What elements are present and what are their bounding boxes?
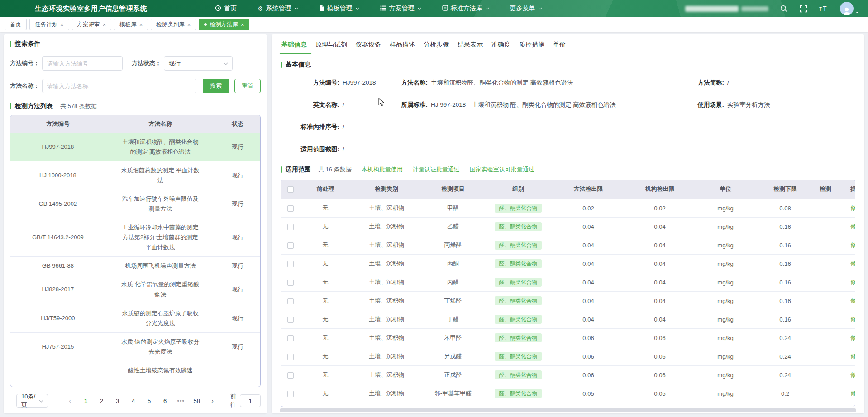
fullscreen-icon[interactable] [800,5,807,13]
method-row-selected[interactable]: HJ997-2018土壤和沉积物醛、酮类化合物的测定 高效液相色谱法现行 [10,133,260,161]
tab-principle-reagents[interactable]: 原理与试剂 [315,41,347,54]
cell-status: 现行 [215,275,260,304]
reset-button[interactable]: 重置 [234,79,261,93]
method-code-input[interactable] [42,56,123,71]
row-checkbox[interactable] [287,205,294,212]
edit-link[interactable]: 修改 [850,334,855,341]
tab-plan-review[interactable]: 方案评审 [72,19,112,30]
row-checkbox[interactable] [287,354,294,360]
horizontal-scrollbar[interactable] [280,408,856,412]
row-checkbox[interactable] [287,317,294,323]
search-icon[interactable] [780,5,788,13]
tab-template-library[interactable]: 模板库 [114,19,148,30]
edit-link[interactable]: 修改 [850,297,855,304]
method-row[interactable]: HJ757-2015水质 铬的测定火焰原子吸收分光光度法现行 [10,332,260,361]
close-icon[interactable] [60,21,64,28]
menu-standard-library[interactable]: 标准方法库 [442,5,489,13]
edit-link[interactable]: 修改 [850,279,855,285]
method-list-panel: 搜索条件 方法编号： 方法状态： 现行 方法名称： 搜索 重置 检测方法列表 共… [4,34,267,413]
page-5[interactable]: 5 [143,394,155,407]
batch-use-link[interactable]: 本机构批量使用 [362,166,403,174]
col-method-code: 方法编号 [10,115,105,133]
method-row[interactable]: HJ 1000-2018水质细菌总数的测定 平血计数法现行 [10,161,260,190]
scope-row: 无土壤、沉积物丙醛醛、酮类化合物0.040.04mg/kg0.16修改 [281,273,855,292]
menu-more[interactable]: 更多菜单 [510,5,542,13]
edit-link[interactable]: 修改 [850,223,855,230]
tab-instruments[interactable]: 仪器设备 [356,41,381,54]
cell-group: 醛、酮类化合物 [484,403,553,407]
method-status-select[interactable]: 现行 [164,56,233,71]
page-2[interactable]: 2 [96,394,108,407]
field-standard-order: 标准内排序号:/ [281,123,855,132]
tab-task-plan[interactable]: 任务计划 [29,19,69,30]
edit-link[interactable]: 修改 [850,390,855,397]
group-badge: 醛、酮类化合物 [495,278,542,287]
edit-link[interactable]: 修改 [850,371,855,378]
cell-unit: mg/kg [696,403,755,407]
cell-category: 土壤、沉积物 [351,255,422,273]
tab-basic-info[interactable]: 基础信息 [281,41,307,54]
menu-template[interactable]: 模板管理 [319,5,359,13]
row-checkbox[interactable] [287,335,294,341]
method-row[interactable]: GB 9661-88机场周围飞机噪声测量方法现行 [10,257,260,275]
row-checkbox[interactable] [287,261,294,267]
cell-method-limit: 0.04 [553,273,624,292]
cell-org-limit: 0.06 [624,366,696,384]
select-all-checkbox[interactable] [287,186,294,193]
national-lab-link[interactable]: 国家实验室认可批量通过 [470,166,534,174]
close-icon[interactable] [241,21,244,28]
menu-home[interactable]: 首页 [215,5,237,13]
user-avatar[interactable] [840,2,859,15]
search-button[interactable]: 搜索 [203,79,229,93]
col-status: 状态 [215,115,260,133]
edit-link[interactable]: 修改 [850,353,855,360]
cell-item: 丙烯醛 [422,236,484,255]
edit-link[interactable]: 修改 [850,242,855,248]
more-pages-icon[interactable]: ••• [175,394,187,407]
edit-link[interactable]: 修改 [850,316,855,322]
font-size-icon[interactable]: TT [819,5,828,12]
page-last[interactable]: 58 [191,394,203,407]
edit-link[interactable]: 修改 [850,204,855,211]
method-row[interactable]: HJ828-2017水质 化学需氧量的测定重铬酸盐法现行 [10,275,260,304]
edit-link[interactable]: 修改 [850,260,855,267]
close-icon[interactable] [139,21,143,28]
method-row[interactable]: 酸性土壤铵态氮有效磷速 [10,361,260,380]
method-row[interactable]: GB 1495-2002汽车加速行驶车外噪声限值及测量方法现行 [10,190,260,218]
metrology-cert-link[interactable]: 计量认证批量通过 [413,166,460,174]
next-page-button[interactable]: › [207,394,219,407]
tab-category-library[interactable]: 检测类别库 [151,19,196,30]
menu-system[interactable]: ⚙ 系统管理 [258,5,298,13]
method-name-input[interactable] [42,79,196,93]
tab-sample-description[interactable]: 样品描述 [390,41,415,54]
row-checkbox[interactable] [287,224,294,230]
page-1[interactable]: 1 [80,394,92,407]
row-checkbox[interactable] [287,391,294,397]
cell-status: 现行 [215,332,260,361]
tab-analysis-steps[interactable]: 分析步骤 [424,41,449,54]
page-4[interactable]: 4 [128,394,139,407]
prev-page-button[interactable]: ‹ [64,394,76,407]
tab-qc-measures[interactable]: 质控措施 [519,41,544,54]
cell-group: 醛、酮类化合物 [484,366,553,384]
page-size-select[interactable]: 10条/页 [16,394,48,408]
tab-result-representation[interactable]: 结果表示 [458,41,483,54]
tab-accuracy[interactable]: 准确度 [491,41,510,54]
page-6[interactable]: 6 [159,394,171,407]
method-row[interactable]: HJ/T59-2000水质铍的测定石墨炉原子吸收分光光度法现行 [10,304,260,332]
method-row[interactable]: GB/T 14643.2-2009工业循环冷却水中菌藻的测定方法第2部分:土壤菌… [10,218,260,257]
row-checkbox[interactable] [287,242,294,249]
tab-method-library[interactable]: 检测方法库 [199,19,249,30]
scope-header-row: 前处理 检测类别 检测项目 组别 方法检出限 机构检出限 单位 检测下限 检测 … [281,180,855,199]
page-3[interactable]: 3 [112,394,124,407]
row-checkbox[interactable] [287,280,294,286]
row-checkbox[interactable] [287,298,294,304]
close-icon[interactable] [103,21,106,28]
row-checkbox[interactable] [287,372,294,379]
scope-header: 适用范围 共 16 条数据 本机构批量使用 计量认证批量通过 国家实验室认可批量… [281,166,855,174]
tab-unit-price[interactable]: 单价 [553,41,566,54]
goto-page-input[interactable] [240,394,261,407]
menu-plan[interactable]: 方案管理 [380,5,421,13]
tab-home[interactable]: 首页 [5,19,27,30]
close-icon[interactable] [187,21,191,28]
